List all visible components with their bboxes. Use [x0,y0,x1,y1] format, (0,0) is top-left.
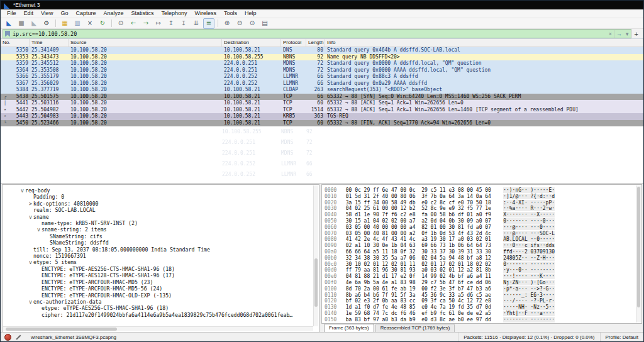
hex-row[interactable]: 00d0 ff 79 aa 81 96 30 81 93 a0 03 02 01… [325,267,555,273]
menu-telephony[interactable]: Telephony [157,9,191,18]
column-header-length[interactable]: Length [306,39,325,47]
menu-tools[interactable]: Tools [220,9,241,18]
hex-row[interactable]: 0030 04 02 25 61 00 00 12 b2 52 8c 9e e9… [325,206,555,212]
hex-row[interactable]: 0060 03 05 00 40 00 00 00 a4 82 01 00 30… [325,224,555,231]
hex-row[interactable]: 00f0 4e 6a 9b 5a 4e a1 83 98 29 c7 5b 47… [325,280,555,286]
detail-field[interactable]: realm: SOC-LAB.LOCAL [3,207,314,213]
packet-row[interactable]: │544125.50311610.100.58.2010.100.58.21TC… [1,100,643,107]
go-to-last-button[interactable]: ↧ [178,18,189,29]
filter-apply-icon[interactable]: → [614,30,624,38]
hex-vertical-scrollbar[interactable] [636,185,641,323]
hex-row[interactable]: 0150 ba 83 bf 97 a0 b3 da b9 e0 d3 8c ae… [325,317,555,323]
column-header-time[interactable]: Time [30,39,69,47]
go-back-button[interactable]: ← [128,18,139,29]
save-file-button[interactable]: ▥ [72,18,83,29]
colorize-button[interactable]: ≡ [203,18,214,29]
collapse-arrow-icon[interactable]: v [28,299,33,305]
filter-bookmark-icon[interactable] [5,31,10,37]
menu-wireless[interactable]: Wireless [191,9,221,18]
hex-row[interactable]: 0010 01 5d 31 2f 40 00 80 06 3f 7b 0a 64… [325,194,555,200]
open-file-button[interactable]: ▦ [59,18,70,29]
packet-row[interactable]: 536725.35602910.100.58.20224.0.0.252LLMN… [1,80,643,87]
hex-row[interactable]: 0090 02 a1 10 30 0e 1b 04 63 69 66 73 1b… [325,243,555,249]
hex-row[interactable]: 0020 3a 15 ff 34 00 58 49 db e0 c2 8c cf… [325,200,555,206]
detail-field[interactable]: cipher: 21d117e20f1499024bbfa6a4114e6a9b… [3,312,314,318]
capture-options-button[interactable]: ⚙ [41,18,52,29]
detail-field[interactable]: ENCTYPE: eTYPE-ARCFOUR-HMAC-OLD-EXP (-13… [3,292,314,299]
hex-row[interactable]: 0080 41 42 2e 4c 4f 43 41 4c a3 19 30 17… [325,236,555,243]
detail-field[interactable]: ENCTYPE: eTYPE-ARCFOUR-HMAC-MD5-56 (24) [3,285,314,292]
hex-row[interactable]: 0100 8d 70 2a 00 61 fe ab 19 00 f2 3e 3f… [325,286,555,292]
expert-info-icon[interactable] [4,334,11,341]
detail-field[interactable]: name-type: kRB5-NT-SRV-INST (2) [3,220,314,226]
hex-row[interactable]: 0000 00 0c 29 ff 6e 47 00 0c 29 c5 11 e3… [325,187,555,194]
menu-view[interactable]: View [37,9,57,18]
hex-row[interactable]: 0120 bf 02 e3 2f 0b aa 83 cc 09 3f ca 50… [325,298,555,304]
profile-selector[interactable]: Profile: Default [600,333,643,341]
detail-field[interactable]: vsname [3,214,314,220]
hex-row[interactable]: 0070 03 05 00 40 81 00 00 a2 0f 1b 0d 53… [325,231,555,237]
details-vertical-scrollbar[interactable] [313,185,318,326]
collapse-arrow-icon[interactable]: v [28,214,33,220]
hex-row[interactable]: 0040 58 d1 1e 90 7f f6 c2 e8 fa 00 58 b6… [325,212,555,218]
packet-row[interactable]: └545025.52346610.100.58.2010.100.58.21TC… [1,120,643,127]
detail-field[interactable]: vsname-string: 2 items [3,226,314,233]
details-vscroll-thumb[interactable] [314,258,318,306]
detail-field[interactable]: etype: eTYPE-AES256-CTS-HMAC-SHA1-96 (18… [3,305,314,311]
detail-field[interactable]: nonce: 1519667391 [3,253,314,259]
packet-row[interactable]: 535925.34551210.100.58.20224.0.0.251MDNS… [1,60,643,67]
packet-row[interactable]: 536625.35517910.100.58.20224.0.0.252LLMN… [1,74,643,80]
reload-button[interactable]: ↻ [97,18,108,29]
collapse-arrow-icon[interactable]: v [19,187,25,194]
packet-bytes-pane[interactable]: 0000 00 0c 29 ff 6e 47 00 0c 29 c5 11 e3… [321,184,642,324]
go-forward-button[interactable]: → [140,18,152,29]
column-header-protocol[interactable]: Protocol [281,39,306,47]
title-bar[interactable]: *Ethernet 3 [1,1,643,9]
detail-field[interactable]: venc-authorization-data [3,299,314,305]
start-capture-button[interactable]: ◣ [3,18,14,29]
details-horizontal-scrollbar[interactable] [3,326,313,331]
detail-field[interactable]: Padding: 0 [3,194,314,200]
hex-row[interactable]: 0050 30 15 a1 04 02 02 00 a7 a2 0d 04 0b… [325,218,555,224]
detail-field[interactable]: SNameString: cifs [3,233,314,240]
packet-row[interactable]: •544325.50498310.100.58.2010.100.58.21KR… [1,113,643,120]
detail-field[interactable]: >kdc-options: 40810000 [3,201,314,207]
packet-row[interactable]: ┌543825.50157510.100.58.2010.100.58.21TC… [1,94,643,101]
detail-field[interactable]: SNameString: ddsffd [3,240,314,246]
detail-field[interactable]: ENCTYPE: eTYPE-AES128-CTS-HMAC-SHA1-96 (… [3,272,314,279]
packet-row[interactable]: 538425.37771910.100.58.2010.100.58.21CLD… [1,87,643,94]
go-to-packet-button[interactable]: ↦ [153,18,164,29]
menu-help[interactable]: Help [241,9,260,18]
find-packet-button[interactable]: ⊙ [115,18,126,29]
resize-columns-button[interactable]: ▤ [259,18,270,29]
filter-add-button[interactable]: + [631,30,641,38]
packet-row[interactable]: 535325.34347310.100.58.2010.100.58.255NB… [1,54,643,61]
zoom-out-button[interactable]: ⊖ [234,18,245,29]
zoom-reset-button[interactable]: ⊙ [247,18,258,29]
filter-dropdown-icon[interactable]: ▾ [624,30,631,38]
hex-row[interactable]: 00b0 32 34 38 30 35 5a a7 06 02 04 5a 94… [325,255,555,262]
packet-details-pane[interactable]: vreq-bodyPadding: 0>kdc-options: 4081000… [2,184,319,333]
hex-row[interactable]: 0130 1d a1 f0 d7 fe 4e 48 85 e0 4e 7a 19… [325,304,555,311]
menu-go[interactable]: Go [57,9,72,18]
auto-scroll-button[interactable]: ⇊ [191,18,202,29]
detail-field[interactable]: till: Sep 13, 2037 08:18:05.000000000 In… [3,246,314,253]
details-hscroll-thumb[interactable] [6,328,117,331]
filter-clear-icon[interactable]: × [607,30,614,38]
hex-vscroll-thumb[interactable] [637,187,640,307]
menu-file[interactable]: File [3,9,20,18]
hex-row[interactable]: 00e0 04 81 88 21 d1 17 e2 0f 14 99 02 4b… [325,273,555,280]
bytes-tab-reassembled[interactable]: Reassembled TCP (1769 bytes) [375,324,455,333]
go-to-first-button[interactable]: ↥ [165,18,177,29]
restart-capture-button[interactable]: ◣ [28,18,40,29]
stop-capture-button[interactable]: ■ [16,18,27,29]
detail-field[interactable]: ENCTYPE: eTYPE-AES256-CTS-HMAC-SHA1-96 (… [3,266,314,272]
hex-row[interactable]: 00c0 30 10 02 01 12 02 01 11 02 01 17 02… [325,262,555,268]
menu-analyze[interactable]: Analyze [99,9,127,18]
hex-row[interactable]: 00a0 66 66 64 a5 11 18 0f 32 30 33 37 30… [325,249,555,255]
zoom-in-button[interactable]: ⊕ [221,18,233,29]
detail-field[interactable]: vreq-body [3,187,314,194]
collapse-arrow-icon[interactable]: v [36,226,42,233]
bytes-tab-frame[interactable]: Frame (363 bytes) [324,324,374,333]
column-header-no[interactable]: No. [1,39,30,47]
